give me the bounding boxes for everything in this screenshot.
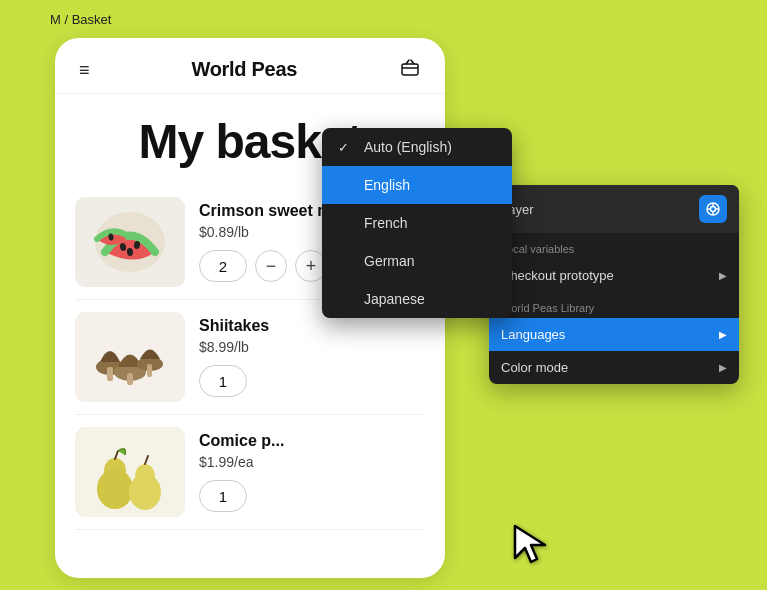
qty-display: 1	[199, 365, 247, 397]
product-name: Shiitakes	[199, 317, 425, 335]
layer-header: Layer	[489, 185, 739, 233]
qty-display: 2	[199, 250, 247, 282]
phone-brand-title: World Peas	[191, 58, 297, 81]
qty-display: 1	[199, 480, 247, 512]
product-name: Comice p...	[199, 432, 425, 450]
section-label-world-peas-library: World Peas Library	[489, 292, 739, 318]
submenu-item-english[interactable]: English	[322, 166, 512, 204]
arrow-icon: ▶	[719, 362, 727, 373]
menu-item-checkout-prototype[interactable]: Checkout prototype ▶	[489, 259, 739, 292]
submenu-item-japanese[interactable]: Japanese	[322, 280, 512, 318]
arrow-icon: ▶	[719, 329, 727, 340]
basket-icon[interactable]	[399, 56, 421, 83]
svg-point-17	[97, 469, 133, 509]
phone-header: ≡ World Peas	[55, 38, 445, 94]
svg-point-23	[711, 207, 716, 212]
submenu-item-german[interactable]: German	[322, 242, 512, 280]
product-info: Comice p... $1.99/ea 1	[199, 432, 425, 512]
product-price: $8.99/lb	[199, 339, 425, 355]
layer-panel: Layer Local variables Checkout prototype…	[489, 185, 739, 384]
breadcrumb: M / Basket	[50, 12, 111, 27]
qty-controls: 1	[199, 480, 425, 512]
product-image-pear	[75, 427, 185, 517]
svg-point-20	[135, 464, 155, 488]
product-image-mushroom	[75, 312, 185, 402]
qty-controls: 1	[199, 365, 425, 397]
svg-rect-12	[127, 373, 133, 385]
menu-item-color-mode[interactable]: Color mode ▶	[489, 351, 739, 384]
submenu-item-french[interactable]: French	[322, 204, 512, 242]
hamburger-icon[interactable]: ≡	[79, 61, 90, 79]
qty-decrease-btn[interactable]: −	[255, 250, 287, 282]
submenu-item-auto-english[interactable]: ✓ Auto (English)	[322, 128, 512, 166]
svg-rect-0	[402, 64, 418, 75]
prototype-icon-btn[interactable]	[699, 195, 727, 223]
arrow-icon: ▶	[719, 270, 727, 281]
section-label-local-variables: Local variables	[489, 233, 739, 259]
product-price: $1.99/ea	[199, 454, 425, 470]
menu-item-languages[interactable]: Languages ▶	[489, 318, 739, 351]
svg-rect-14	[75, 427, 185, 517]
product-info: Shiitakes $8.99/lb 1	[199, 317, 425, 397]
checkmark-icon: ✓	[338, 140, 354, 155]
svg-rect-11	[107, 367, 113, 381]
product-item: Comice p... $1.99/ea 1	[75, 415, 425, 530]
languages-submenu: ✓ Auto (English) English French German J…	[322, 128, 512, 318]
product-image-watermelon	[75, 197, 185, 287]
svg-rect-13	[147, 364, 152, 377]
